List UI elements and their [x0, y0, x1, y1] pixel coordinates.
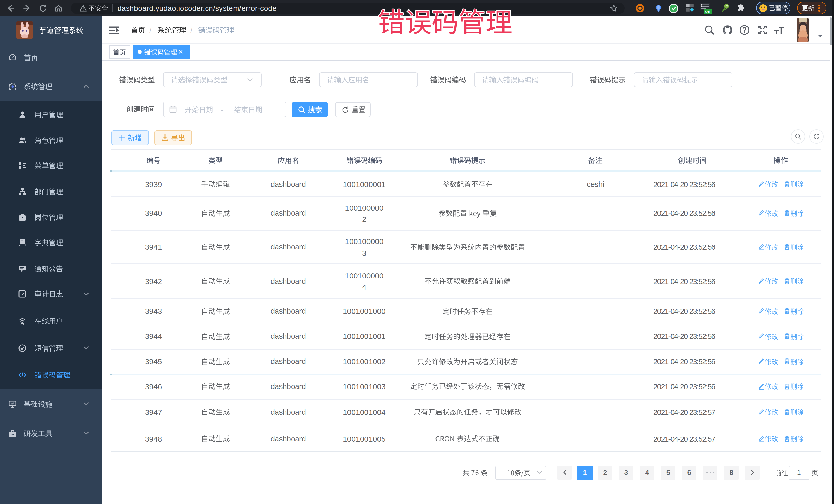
svg-text:on: on [705, 9, 710, 14]
